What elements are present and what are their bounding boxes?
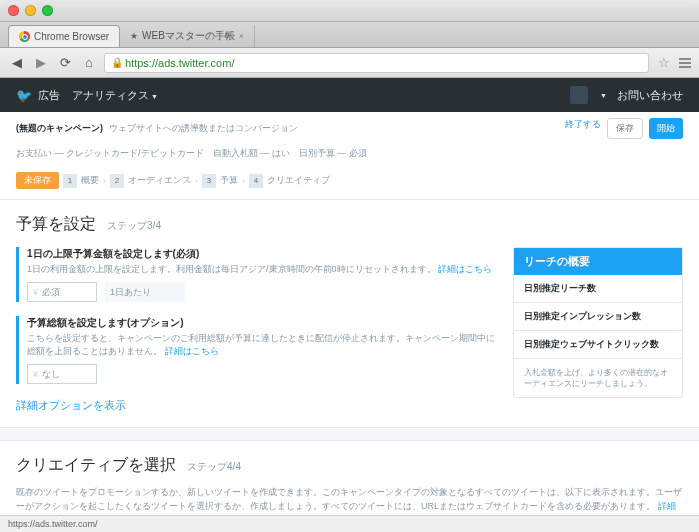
creative-section: クリエイティブを選択 ステップ4/4 既存のツイートをプロモーションするか、新し… xyxy=(0,441,699,515)
chrome-icon xyxy=(19,31,30,42)
learn-more-link[interactable]: 詳細はこちら xyxy=(165,346,219,356)
unsaved-badge: 未保存 xyxy=(16,172,59,189)
step-creative[interactable]: 4クリエイティブ xyxy=(249,172,330,189)
menu-icon[interactable] xyxy=(679,58,691,68)
tab-chrome-browser[interactable]: Chrome Browser xyxy=(8,25,120,47)
per-day-label: 1日あたり xyxy=(105,282,185,302)
star-icon: ★ xyxy=(130,31,138,41)
bookmark-star-icon[interactable]: ☆ xyxy=(655,54,673,72)
nav-brand[interactable]: 広告 xyxy=(38,88,60,103)
step-indicator: ステップ4/4 xyxy=(187,461,241,472)
address-bar: ◀ ▶ ⟳ ⌂ 🔒 https://ads.twitter.com/ ☆ xyxy=(0,48,699,78)
twitter-ads-topnav: 🐦 広告 アナリティクス▼ ▼ お問い合わせ xyxy=(0,78,699,112)
reload-button[interactable]: ⟳ xyxy=(56,54,74,72)
step-overview[interactable]: 1概要› xyxy=(63,172,106,189)
minimize-window-button[interactable] xyxy=(25,5,36,16)
total-budget-input[interactable]: ¥なし xyxy=(27,364,97,384)
browser-statusbar: https://ads.twitter.com/ xyxy=(0,515,699,532)
section-divider xyxy=(0,427,699,441)
url-path: / xyxy=(231,57,234,69)
nav-contact[interactable]: お問い合わせ xyxy=(617,88,683,103)
wizard-stepper: 未保存 1概要› 2オーディエンス› 3予算› 4クリエイティブ xyxy=(0,166,699,200)
field-title: 予算総額を設定します(オプション) xyxy=(27,316,497,330)
home-button[interactable]: ⌂ xyxy=(80,54,98,72)
tab-label: Chrome Browser xyxy=(34,31,109,42)
reach-header: リーチの概要 xyxy=(514,248,682,275)
step-indicator: ステップ3/4 xyxy=(107,220,161,231)
page-content: (無題のキャンペーン) ウェブサイトへの誘導数またはコンバージョン 終了する 保… xyxy=(0,112,699,515)
zoom-window-button[interactable] xyxy=(42,5,53,16)
close-tab-icon[interactable]: × xyxy=(239,31,244,41)
url-host: https://ads.twitter.com xyxy=(125,57,231,69)
campaign-subtitle: ウェブサイトへの誘導数またはコンバージョン xyxy=(109,122,298,135)
forward-button: ▶ xyxy=(32,54,50,72)
budget-section: 予算を設定 ステップ3/4 1日の上限予算金額を設定します(必須) 1日の利用金… xyxy=(0,200,699,427)
campaign-name: (無題のキャンペーン) xyxy=(16,122,103,135)
lock-icon: 🔒 xyxy=(111,57,123,68)
daily-budget-field: 1日の上限予算金額を設定します(必須) 1日の利用金額の上限を設定します。利用金… xyxy=(16,247,497,302)
campaign-header: (無題のキャンペーン) ウェブサイトへの誘導数またはコンバージョン 終了する 保… xyxy=(0,112,699,145)
reach-metric: 日別推定インプレッション数 xyxy=(514,303,682,331)
close-window-button[interactable] xyxy=(8,5,19,16)
tab-label: WEBマスターの手帳 xyxy=(142,29,235,43)
budget-title: 予算を設定 xyxy=(16,215,96,232)
status-url: https://ads.twitter.com/ xyxy=(8,519,98,529)
account-avatar[interactable] xyxy=(570,86,588,104)
save-button[interactable]: 保存 xyxy=(607,118,643,139)
creative-title: クリエイティブを選択 xyxy=(16,456,176,473)
start-button[interactable]: 開始 xyxy=(649,118,683,139)
tab-webmaster[interactable]: ★ WEBマスターの手帳 × xyxy=(120,25,255,47)
learn-more-link[interactable]: 詳細はこちら xyxy=(438,264,492,274)
url-field[interactable]: 🔒 https://ads.twitter.com/ xyxy=(104,53,649,73)
reach-metric: 日別推定リーチ数 xyxy=(514,275,682,303)
window-titlebar xyxy=(0,0,699,22)
reach-footer: 入札金額を上げ、より多くの潜在的なオーディエンスにリーチしましょう。 xyxy=(514,359,682,397)
chevron-down-icon[interactable]: ▼ xyxy=(600,92,607,99)
browser-tabbar: Chrome Browser ★ WEBマスターの手帳 × xyxy=(0,22,699,48)
nav-analytics[interactable]: アナリティクス▼ xyxy=(72,88,158,103)
reach-metric: 日別推定ウェブサイトクリック数 xyxy=(514,331,682,359)
field-desc: こちらを設定すると、キャンペーンのご利用総額が予算に達したときに配信が停止されま… xyxy=(27,333,495,356)
reach-summary-box: リーチの概要 日別推定リーチ数 日別推定インプレッション数 日別推定ウェブサイト… xyxy=(513,247,683,398)
advanced-options-link[interactable]: 詳細オプションを表示 xyxy=(16,398,497,413)
chevron-down-icon: ▼ xyxy=(151,93,158,100)
campaign-settings-line: お支払い ― クレジットカード/デビットカード 自動入札額 ― はい 日別予算 … xyxy=(0,145,699,166)
step-audience[interactable]: 2オーディエンス› xyxy=(110,172,198,189)
creative-description: 既存のツイートをプロモーションするか、新しいツイートを作成できます。このキャンペ… xyxy=(16,487,682,511)
twitter-bird-icon: 🐦 xyxy=(16,88,32,103)
field-desc: 1日の利用金額の上限を設定します。利用金額は毎日アジア/東京時間の午前0時にリセ… xyxy=(27,264,436,274)
finish-link[interactable]: 終了する xyxy=(565,118,601,139)
back-button[interactable]: ◀ xyxy=(8,54,26,72)
field-title: 1日の上限予算金額を設定します(必須) xyxy=(27,247,497,261)
daily-budget-input[interactable]: ¥必須 xyxy=(27,282,97,302)
total-budget-field: 予算総額を設定します(オプション) こちらを設定すると、キャンペーンのご利用総額… xyxy=(16,316,497,384)
step-budget[interactable]: 3予算› xyxy=(202,172,245,189)
